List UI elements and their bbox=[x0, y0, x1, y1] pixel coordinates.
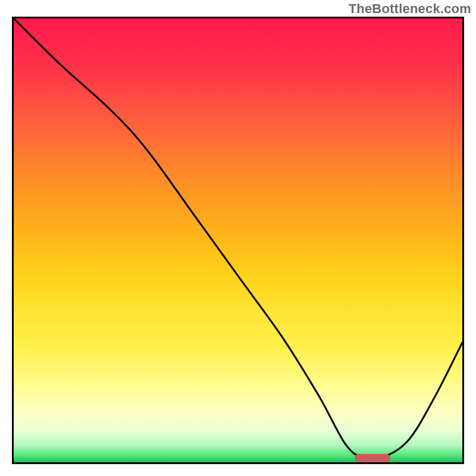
curve-path bbox=[14, 18, 462, 460]
bottleneck-curve bbox=[14, 18, 462, 462]
watermark-text: TheBottleneck.com bbox=[349, 1, 471, 17]
bottleneck-chart: TheBottleneck.com bbox=[0, 0, 476, 476]
plot-area bbox=[12, 17, 464, 464]
optimal-range-marker bbox=[355, 454, 390, 462]
